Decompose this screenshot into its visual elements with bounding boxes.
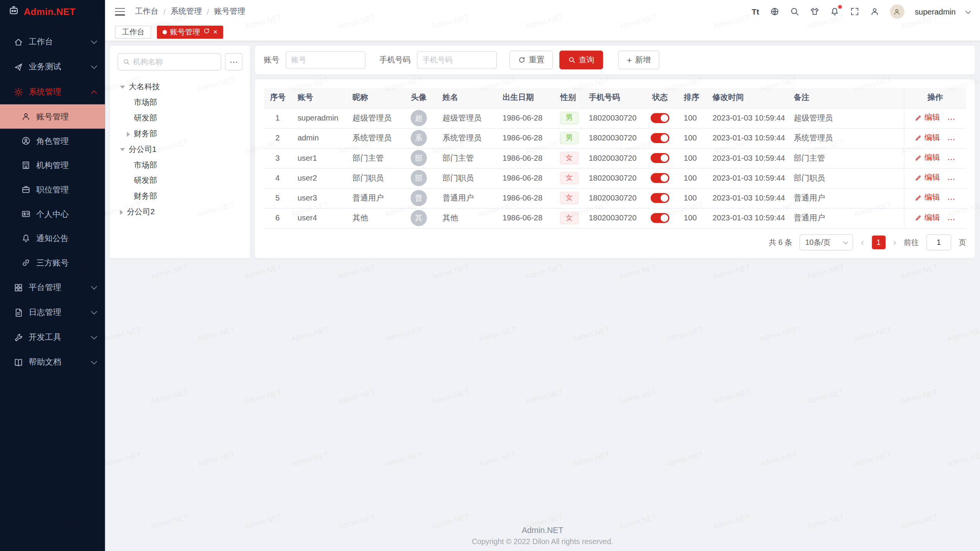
hamburger-menu-icon[interactable] xyxy=(115,8,125,15)
breadcrumb-item[interactable]: 系统管理 xyxy=(171,6,202,17)
sidebar-item-third-party-account[interactable]: 三方账号 xyxy=(0,251,105,275)
reset-button[interactable]: 重置 xyxy=(510,51,553,69)
prev-page-button[interactable]: ‹ xyxy=(861,237,864,247)
more-actions-button[interactable]: ⋯ xyxy=(947,175,956,184)
breadcrumb-separator: / xyxy=(207,7,209,16)
more-actions-button[interactable]: ⋯ xyxy=(947,155,956,163)
phone-input[interactable] xyxy=(417,51,497,69)
app-root: Admin.NET 工作台 业务测试 系统管理 账号管理 xyxy=(0,0,980,551)
sidebar-item-platform-management[interactable]: 平台管理 xyxy=(0,275,105,300)
home-icon xyxy=(14,37,23,46)
page-size-select[interactable]: 10条/页 xyxy=(800,234,853,250)
edit-icon xyxy=(915,114,922,122)
edit-button[interactable]: 编辑 xyxy=(915,192,940,203)
tree-node-root[interactable]: 分公司2 xyxy=(118,204,243,220)
edit-icon xyxy=(915,214,922,222)
font-size-icon[interactable]: Tt xyxy=(752,7,759,16)
table-row: 3 user1 部门主管 部 部门主管 1986-06-28 女 1802003… xyxy=(264,148,966,168)
current-page-button[interactable]: 1 xyxy=(872,236,885,249)
sidebar-item-account-management[interactable]: 账号管理 xyxy=(0,104,105,129)
sidebar-item-business-test[interactable]: 业务测试 xyxy=(0,54,105,79)
theme-icon[interactable] xyxy=(810,7,819,16)
avatar[interactable] xyxy=(890,4,904,19)
active-tab-dot-icon xyxy=(162,30,167,34)
tree-node-child[interactable]: 市场部 xyxy=(118,95,243,111)
main-content: ⋯ 大名科技 市场部 研发部 财务部 分公司1 市场部 研发部 xyxy=(105,41,980,551)
gear-icon xyxy=(14,87,23,96)
sidebar-item-workbench[interactable]: 工作台 xyxy=(0,29,105,54)
edit-button[interactable]: 编辑 xyxy=(915,133,940,143)
pagination: 共 6 条 10条/页 ‹ 1 › 前往 页 xyxy=(769,234,966,250)
sidebar-item-notice[interactable]: 通知公告 xyxy=(0,226,105,251)
edit-button[interactable]: 编辑 xyxy=(915,173,940,183)
status-toggle[interactable] xyxy=(651,113,670,123)
refresh-icon[interactable] xyxy=(203,28,210,36)
id-card-icon xyxy=(21,209,31,218)
avatar: 系 xyxy=(411,130,427,146)
status-toggle[interactable] xyxy=(651,133,670,143)
org-search-input[interactable] xyxy=(133,57,216,66)
caret-right-icon[interactable] xyxy=(127,132,130,137)
status-toggle[interactable] xyxy=(651,193,670,203)
sidebar-item-org-management[interactable]: 机构管理 xyxy=(0,153,105,178)
tree-node-child[interactable]: 研发部 xyxy=(118,111,243,126)
account-input[interactable] xyxy=(286,51,366,69)
sidebar-item-role-management[interactable]: 角色管理 xyxy=(0,129,105,153)
edit-button[interactable]: 编辑 xyxy=(915,112,940,123)
sidebar-item-personal-center[interactable]: 个人中心 xyxy=(0,202,105,226)
caret-down-icon[interactable] xyxy=(120,86,125,89)
goto-page-input[interactable] xyxy=(926,234,951,250)
more-actions-button[interactable]: ⋯ xyxy=(947,135,956,143)
sidebar-item-dev-tools[interactable]: 开发工具 xyxy=(0,325,105,350)
more-actions-button[interactable]: ⋯ xyxy=(947,195,956,204)
tree-node-child[interactable]: 研发部 xyxy=(118,173,243,189)
language-icon[interactable] xyxy=(770,7,779,16)
profile-icon[interactable] xyxy=(870,7,879,16)
tree-node-child[interactable]: 财务部 xyxy=(118,126,243,142)
avatar: 部 xyxy=(411,170,427,186)
sidebar-item-system-management[interactable]: 系统管理 xyxy=(0,79,105,104)
sidebar-item-log-management[interactable]: 日志管理 xyxy=(0,300,105,325)
more-actions-button[interactable]: ⋯ xyxy=(947,115,956,124)
chevron-down-icon xyxy=(91,358,97,364)
breadcrumb-item[interactable]: 账号管理 xyxy=(214,6,245,17)
status-toggle[interactable] xyxy=(651,213,670,223)
caret-down-icon[interactable] xyxy=(120,148,125,151)
username[interactable]: superadmin xyxy=(915,7,956,16)
next-page-button[interactable]: › xyxy=(893,237,897,247)
send-icon xyxy=(14,62,23,71)
tabs-bar: 工作台 账号管理 × xyxy=(105,23,980,41)
tab-label: 账号管理 xyxy=(170,26,200,37)
search-icon xyxy=(568,56,576,64)
tree-node-root[interactable]: 分公司1 xyxy=(118,142,243,158)
chevron-down-icon xyxy=(91,333,97,339)
goto-label: 前往 xyxy=(904,237,919,248)
tree-node-child[interactable]: 财务部 xyxy=(118,189,243,204)
search-button[interactable]: 查询 xyxy=(559,51,603,69)
status-toggle[interactable] xyxy=(651,173,670,183)
chevron-down-icon[interactable] xyxy=(965,8,971,14)
edit-button[interactable]: 编辑 xyxy=(915,213,940,223)
tab-account-management[interactable]: 账号管理 × xyxy=(157,25,223,38)
avatar: 其 xyxy=(411,210,427,226)
page-unit-label: 页 xyxy=(959,237,966,248)
add-button[interactable]: + 新增 xyxy=(618,51,660,69)
notification-icon[interactable] xyxy=(830,7,839,16)
tree-more-button[interactable]: ⋯ xyxy=(225,53,243,71)
phone-label: 手机号码 xyxy=(379,55,411,65)
close-icon[interactable]: × xyxy=(213,28,217,36)
sidebar-item-help-docs[interactable]: 帮助文档 xyxy=(0,350,105,375)
more-actions-button[interactable]: ⋯ xyxy=(947,215,956,223)
tab-workbench[interactable]: 工作台 xyxy=(115,25,151,38)
search-icon[interactable] xyxy=(790,7,799,16)
breadcrumb-item[interactable]: 工作台 xyxy=(135,6,158,17)
caret-right-icon[interactable] xyxy=(120,210,123,215)
tree-node-root[interactable]: 大名科技 xyxy=(118,79,243,95)
edit-button[interactable]: 编辑 xyxy=(915,153,940,163)
sidebar-item-position-management[interactable]: 职位管理 xyxy=(0,178,105,202)
total-count: 共 6 条 xyxy=(769,237,792,248)
status-toggle[interactable] xyxy=(651,153,670,163)
fullscreen-icon[interactable] xyxy=(850,7,859,16)
tree-node-child[interactable]: 市场部 xyxy=(118,157,243,173)
link-icon xyxy=(21,258,31,267)
